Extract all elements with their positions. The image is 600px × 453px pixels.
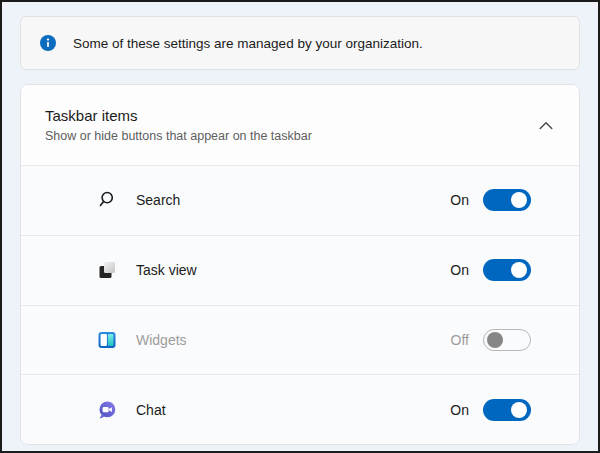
search-label: Search — [136, 192, 450, 208]
chevron-up-icon[interactable] — [539, 121, 553, 130]
task-view-icon — [97, 260, 117, 280]
widgets-icon — [97, 330, 117, 350]
task-view-state-label: On — [450, 262, 469, 278]
search-state-label: On — [450, 192, 469, 208]
chat-toggle[interactable] — [483, 399, 531, 421]
taskbar-item-row-search: Search On — [21, 165, 579, 235]
managed-banner: Some of these settings are managed by yo… — [20, 16, 580, 70]
task-view-toggle[interactable] — [483, 259, 531, 281]
taskbar-items-expander-header[interactable]: Taskbar items Show or hide buttons that … — [21, 85, 579, 165]
info-icon — [40, 35, 56, 51]
taskbar-item-row-task-view: Task view On — [21, 235, 579, 305]
settings-taskbar-page: Some of these settings are managed by yo… — [0, 0, 600, 453]
chat-icon — [97, 400, 117, 420]
chat-state-label: On — [450, 402, 469, 418]
expander-subtitle: Show or hide buttons that appear on the … — [45, 129, 539, 143]
toggle-knob — [511, 262, 527, 278]
task-view-label: Task view — [136, 262, 450, 278]
taskbar-item-row-chat: Chat On — [21, 374, 579, 444]
expander-header-text: Taskbar items Show or hide buttons that … — [45, 107, 539, 143]
search-icon — [97, 190, 117, 210]
toggle-knob — [511, 402, 527, 418]
managed-banner-text: Some of these settings are managed by yo… — [73, 36, 423, 51]
toggle-knob — [511, 192, 527, 208]
widgets-state-label: Off — [451, 332, 469, 348]
widgets-label: Widgets — [136, 332, 451, 348]
chat-label: Chat — [136, 402, 450, 418]
widgets-toggle — [483, 329, 531, 351]
taskbar-item-row-widgets: Widgets Off — [21, 305, 579, 375]
expander-title: Taskbar items — [45, 107, 539, 124]
search-toggle[interactable] — [483, 189, 531, 211]
toggle-knob — [487, 332, 503, 348]
taskbar-items-card: Taskbar items Show or hide buttons that … — [20, 84, 580, 445]
